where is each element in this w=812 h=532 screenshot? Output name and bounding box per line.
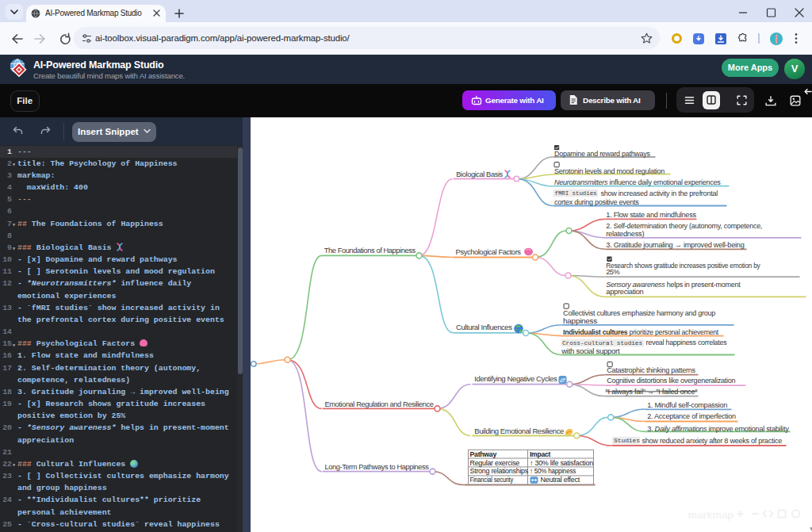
svg-text:Collectivist cultures emphasiz: Collectivist cultures emphasize harmony … <box>563 309 715 317</box>
svg-text:↑ 50% happiness: ↑ 50% happiness <box>530 467 576 475</box>
svg-text:Psychological Factors: Psychological Factors <box>455 247 521 256</box>
svg-text:1. Flow state and mindfulness: 1. Flow state and mindfulness <box>606 211 696 219</box>
svg-text:25%: 25% <box>606 268 619 276</box>
svg-text:happiness: happiness <box>563 317 598 325</box>
svg-text:Impact: Impact <box>530 450 550 458</box>
svg-text:The Foundations of Happiness: The Foundations of Happiness <box>324 246 416 255</box>
svg-text:Financial security: Financial security <box>469 476 513 484</box>
svg-text:Neutral effect: Neutral effect <box>540 476 580 484</box>
svg-text:Emotional Regulation and Resil: Emotional Regulation and Resilience <box>324 400 433 408</box>
svg-text:reveal happiness correlates: reveal happiness correlates <box>645 339 726 346</box>
svg-text:show increased activity in the: show increased activity in the prefronta… <box>600 189 718 197</box>
svg-text:3. Daily affirmations improve: 3. Daily affirmations improve emotional … <box>647 425 789 433</box>
svg-text:"I always fail" → "I failed on: "I always fail" → "I failed once" <box>605 388 697 396</box>
svg-text:1. Mindful self-compassion: 1. Mindful self-compassion <box>647 401 727 409</box>
svg-text:Identifying Negative Cycles: Identifying Negative Cycles <box>474 374 557 383</box>
svg-text:show reduced anxiety after 8 w: show reduced anxiety after 8 weeks of pr… <box>642 437 782 445</box>
svg-text:Pathway: Pathway <box>469 450 496 458</box>
svg-text:Individualist cultures priorit: Individualist cultures prioritize person… <box>563 328 719 336</box>
svg-text:Dopamine and reward pathways: Dopamine and reward pathways <box>554 150 650 158</box>
svg-text:2. Acceptance of imperfection: 2. Acceptance of imperfection <box>647 412 736 420</box>
svg-text:Neurotransmitters influence da: Neurotransmitters influence daily emotio… <box>554 178 721 186</box>
svg-text:Serotonin levels and mood regu: Serotonin levels and mood regulation <box>554 167 665 175</box>
svg-text:3. Gratitude journaling → impr: 3. Gratitude journaling → improved well-… <box>606 241 744 249</box>
svg-text:Regular exercise: Regular exercise <box>469 459 519 467</box>
svg-text:cortex during positive events: cortex during positive events <box>554 198 639 206</box>
svg-text:↑ 30% life satisfaction: ↑ 30% life satisfaction <box>530 459 593 467</box>
svg-text:appreciation: appreciation <box>606 288 643 296</box>
svg-text:markmap: markmap <box>688 509 733 521</box>
svg-text:Long-Term Pathways to Happines: Long-Term Pathways to Happiness <box>324 462 429 471</box>
svg-text:Cross-cultural studies: Cross-cultural studies <box>562 339 642 346</box>
svg-text:Studies: Studies <box>614 437 640 444</box>
svg-text:Strong relationships: Strong relationships <box>469 467 528 475</box>
svg-text:fMRI studies: fMRI studies <box>554 189 596 197</box>
svg-text:Catastrophic thinking patterns: Catastrophic thinking patterns <box>607 366 695 374</box>
svg-text:Research shows gratitude incre: Research shows gratitude increases posit… <box>606 262 760 270</box>
svg-text:Cultural Influences: Cultural Influences <box>456 323 512 331</box>
svg-text:Building Emotional Resilience: Building Emotional Resilience <box>474 427 564 435</box>
svg-text:Biological Basis: Biological Basis <box>456 170 503 178</box>
svg-text:with social support: with social support <box>561 347 620 355</box>
svg-text:Sensory awareness helps in pre: Sensory awareness helps in present-momen… <box>606 281 741 289</box>
svg-text:Cognitive distortions like ove: Cognitive distortions like overgeneraliz… <box>607 377 735 385</box>
svg-text:2. Self-determination theory (: 2. Self-determination theory (autonomy, … <box>606 222 762 230</box>
svg-text:relatedness): relatedness) <box>606 230 644 238</box>
